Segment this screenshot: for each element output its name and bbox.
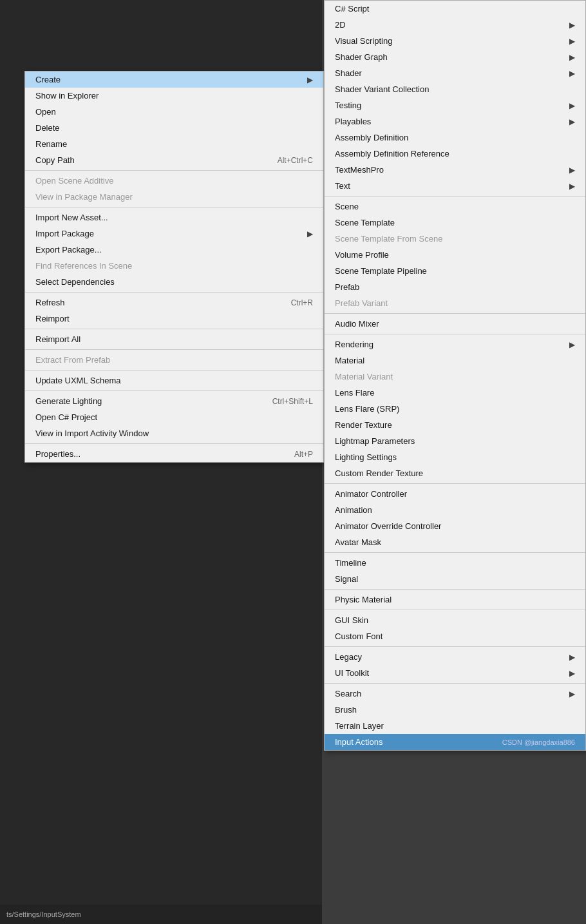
menu-item-view-package-manager: View in Package Manager [25,189,323,205]
separator-r8 [325,646,585,647]
menu-item-export-package[interactable]: Export Package... [25,242,323,258]
menu-item-rename[interactable]: Rename [25,136,323,152]
menu-item-legacy[interactable]: Legacy ▶ [325,649,585,665]
separator7 [25,390,323,391]
menu-item-brush[interactable]: Brush [325,702,585,718]
arrow-icon-2d: ▶ [569,21,575,30]
menu-item-custom-render-texture[interactable]: Custom Render Texture [325,465,585,481]
menu-item-shader[interactable]: Shader ▶ [325,65,585,81]
menu-item-show-explorer[interactable]: Show in Explorer [25,88,323,104]
separator6 [25,370,323,371]
menu-item-testing[interactable]: Testing ▶ [325,97,585,113]
menu-item-terrain-layer[interactable]: Terrain Layer [325,718,585,734]
menu-item-shader-variant[interactable]: Shader Variant Collection [325,81,585,97]
menu-item-animator-controller[interactable]: Animator Controller [325,486,585,502]
menu-item-update-uxml[interactable]: Update UXML Schema [25,372,323,389]
menu-item-open-csharp[interactable]: Open C# Project [25,409,323,425]
right-context-menu: C# Script 2D ▶ Visual Scripting ▶ Shader… [324,0,586,751]
separator-r9 [325,683,585,684]
menu-item-animator-override[interactable]: Animator Override Controller [325,518,585,534]
menu-item-render-texture[interactable]: Render Texture [325,417,585,433]
separator3 [25,292,323,293]
menu-item-prefab[interactable]: Prefab [325,279,585,295]
menu-item-import-package[interactable]: Import Package ▶ [25,226,323,242]
arrow-icon-text: ▶ [569,182,575,191]
menu-item-import-new-asset[interactable]: Import New Asset... [25,209,323,226]
menu-item-animation[interactable]: Animation [325,502,585,518]
menu-item-ui-toolkit[interactable]: UI Toolkit ▶ [325,665,585,681]
status-path: ts/Settings/InputSystem [6,910,81,918]
menu-item-search[interactable]: Search ▶ [325,686,585,702]
arrow-icon-import-package: ▶ [307,229,313,238]
menu-item-view-import-activity[interactable]: View in Import Activity Window [25,425,323,441]
arrow-icon-visual-scripting: ▶ [569,37,575,46]
menu-item-signal[interactable]: Signal [325,571,585,587]
arrow-icon-create: ▶ [307,75,313,84]
separator-r7 [325,610,585,610]
menu-item-prefab-variant: Prefab Variant [325,295,585,311]
menu-item-create[interactable]: Create ▶ [25,72,323,88]
shortcut-generate-lighting: Ctrl+Shift+L [272,397,313,406]
separator5 [25,349,323,350]
separator2 [25,207,323,207]
separator-r2 [325,313,585,314]
left-context-menu: Create ▶ Show in Explorer Open Delete Re… [24,71,324,463]
menu-item-shader-graph[interactable]: Shader Graph ▶ [325,49,585,65]
menu-item-material[interactable]: Material [325,352,585,369]
menu-item-text[interactable]: Text ▶ [325,178,585,194]
menu-item-visual-scripting[interactable]: Visual Scripting ▶ [325,33,585,49]
menu-item-gui-skin[interactable]: GUI Skin [325,612,585,628]
status-bar: ts/Settings/InputSystem [0,905,322,924]
menu-item-textmeshpro[interactable]: TextMeshPro ▶ [325,162,585,178]
shortcut-properties: Alt+P [294,450,313,459]
menu-item-2d[interactable]: 2D ▶ [325,17,585,33]
shortcut-refresh: Ctrl+R [291,298,313,307]
menu-item-scene-template[interactable]: Scene Template [325,215,585,231]
separator8 [25,443,323,444]
menu-item-volume-profile[interactable]: Volume Profile [325,247,585,263]
menu-item-lens-flare[interactable]: Lens Flare [325,385,585,401]
menu-item-lighting-settings[interactable]: Lighting Settings [325,449,585,465]
arrow-icon-shader: ▶ [569,69,575,78]
menu-item-input-actions[interactable]: Input Actions CSDN @jiangdaxia886 [325,734,585,750]
menu-item-custom-font[interactable]: Custom Font [325,628,585,644]
menu-item-lightmap-params[interactable]: Lightmap Parameters [325,433,585,449]
separator4 [25,329,323,329]
separator-r1 [325,196,585,197]
separator-r6 [325,589,585,590]
menu-item-reimport-all[interactable]: Reimport All [25,331,323,347]
arrow-icon-ui-toolkit: ▶ [569,669,575,678]
menu-item-physic-material[interactable]: Physic Material [325,592,585,608]
menu-item-select-dependencies[interactable]: Select Dependencies [25,274,323,290]
menu-item-reimport[interactable]: Reimport [25,311,323,327]
menu-item-playables[interactable]: Playables ▶ [325,113,585,130]
menu-item-rendering[interactable]: Rendering ▶ [325,336,585,352]
menu-item-delete[interactable]: Delete [25,120,323,136]
menu-item-scene-template-pipeline[interactable]: Scene Template Pipeline [325,263,585,279]
menu-item-scene[interactable]: Scene [325,198,585,215]
menu-item-csharp-script[interactable]: C# Script [325,1,585,17]
menu-item-properties[interactable]: Properties... Alt+P [25,446,323,462]
menu-item-assembly-definition-ref[interactable]: Assembly Definition Reference [325,146,585,162]
arrow-icon-search: ▶ [569,689,575,698]
menu-item-material-variant: Material Variant [325,369,585,385]
menu-item-timeline[interactable]: Timeline [325,555,585,571]
menu-item-open[interactable]: Open [25,104,323,120]
arrow-icon-tmp: ▶ [569,166,575,175]
menu-item-assembly-definition[interactable]: Assembly Definition [325,130,585,146]
menu-item-audio-mixer[interactable]: Audio Mixer [325,316,585,332]
csdn-badge: CSDN @jiangdaxia886 [502,738,575,746]
menu-item-avatar-mask[interactable]: Avatar Mask [325,534,585,550]
menu-item-generate-lighting[interactable]: Generate Lighting Ctrl+Shift+L [25,393,323,409]
menu-item-scene-template-from-scene: Scene Template From Scene [325,231,585,247]
menu-item-find-references: Find References In Scene [25,258,323,274]
separator-r4 [325,483,585,484]
separator-r3 [325,334,585,334]
menu-item-copy-path[interactable]: Copy Path Alt+Ctrl+C [25,152,323,168]
arrow-icon-playables: ▶ [569,117,575,126]
menu-item-refresh[interactable]: Refresh Ctrl+R [25,294,323,311]
separator-r5 [325,552,585,553]
arrow-icon-testing: ▶ [569,101,575,110]
shortcut-copy-path: Alt+Ctrl+C [278,156,313,165]
menu-item-lens-flare-srp[interactable]: Lens Flare (SRP) [325,401,585,417]
